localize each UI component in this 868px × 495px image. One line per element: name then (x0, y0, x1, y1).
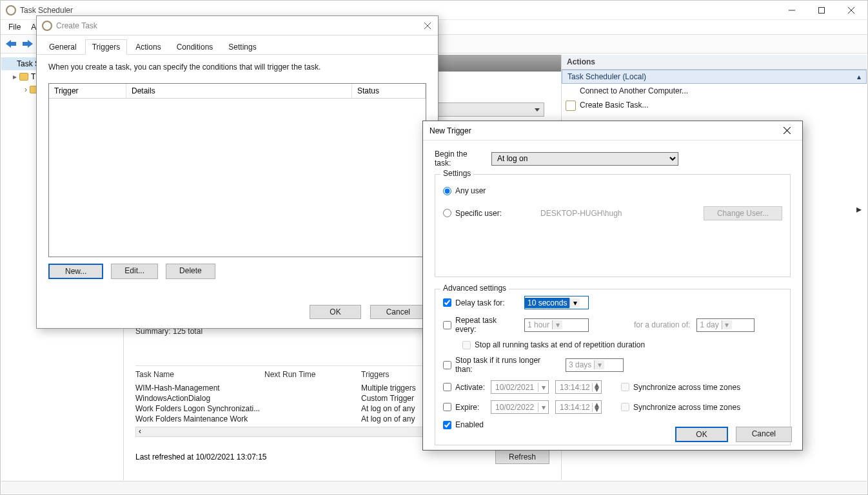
ct-titlebar: Create Task (37, 16, 438, 35)
edit-trigger-button[interactable]: Edit... (111, 264, 158, 279)
create-task-dialog: Create Task General Triggers Actions Con… (36, 15, 439, 329)
activate-checkbox[interactable]: Activate: (443, 383, 484, 392)
ct-tabs: General Triggers Actions Conditions Sett… (37, 35, 438, 55)
new-trigger-button[interactable]: New... (48, 264, 103, 279)
delay-combo[interactable]: 10 seconds▾ (524, 296, 589, 309)
advanced-legend: Advanced settings (440, 284, 509, 293)
duration-combo: 1 day▾ (696, 318, 755, 332)
specific-user-name: DESKTOP-HUGH\hugh (540, 209, 622, 218)
clock-icon (5, 59, 14, 68)
settings-legend: Settings (440, 169, 473, 178)
tab-triggers[interactable]: Triggers (85, 39, 128, 55)
advanced-group: Advanced settings Delay task for: 10 sec… (435, 289, 791, 445)
chevron-right-icon[interactable]: ▸ (856, 203, 862, 215)
actions-group-header[interactable]: Task Scheduler (Local) ▴ (562, 70, 867, 84)
ct-close-button[interactable] (419, 19, 437, 33)
svg-marker-5 (23, 40, 33, 48)
action-label: Connect to Another Computer... (580, 86, 688, 95)
stop-all-checkbox: Stop all running tasks at end of repetit… (462, 340, 645, 349)
expire-checkbox[interactable]: Expire: (443, 403, 484, 412)
tab-general[interactable]: General (42, 39, 84, 54)
action-label: Create Basic Task... (580, 101, 649, 110)
chevron-down-icon: ▾ (569, 298, 580, 307)
chevron-down-icon: ▾ (722, 320, 732, 329)
calendar-icon: ▾ (538, 403, 548, 412)
change-user-button: Change User... (704, 206, 782, 220)
minimize-button[interactable] (777, 1, 807, 19)
col-task-name[interactable]: Task Name (135, 370, 264, 379)
nt-cancel-button[interactable]: Cancel (736, 427, 792, 442)
ct-ok-button[interactable]: OK (310, 305, 360, 319)
last-refreshed: Last refreshed at 10/02/2021 13:07:15 (135, 452, 267, 461)
expire-time: 13:14:12▲▼ (555, 400, 602, 414)
expand-icon[interactable]: ▸ (13, 72, 17, 81)
tab-conditions[interactable]: Conditions (170, 39, 221, 54)
ct-title: Create Task (56, 21, 419, 30)
ct-help-text: When you create a task, you can specify … (48, 63, 426, 72)
expand-icon[interactable]: › (25, 85, 27, 94)
col-status[interactable]: Status (352, 84, 426, 98)
duration-label: for a duration of: (634, 320, 690, 329)
close-button[interactable] (836, 1, 866, 19)
nt-ok-button[interactable]: OK (675, 427, 727, 442)
stop-if-checkbox[interactable]: Stop task if it runs longer than: (443, 356, 559, 374)
trigger-list[interactable]: Trigger Details Status (48, 83, 426, 257)
col-next-run[interactable]: Next Run Time (264, 370, 361, 379)
settings-group: Settings Any user Specific user: DESKTOP… (435, 174, 791, 277)
nt-close-button[interactable] (778, 124, 796, 138)
activate-date: 10/02/2021▾ (491, 380, 549, 394)
specific-user-radio[interactable]: Specific user: (443, 209, 502, 218)
nt-title: New Trigger (429, 126, 471, 135)
repeat-combo: 1 hour▾ (524, 318, 589, 332)
tab-actions[interactable]: Actions (128, 39, 168, 54)
chevron-down-icon: ▾ (594, 360, 604, 369)
app-icon (6, 5, 16, 15)
stop-if-combo: 3 days▾ (566, 358, 624, 372)
action-create-basic[interactable]: Create Basic Task... (562, 98, 867, 112)
calendar-icon: ▾ (538, 383, 548, 392)
nav-forward-icon[interactable] (21, 37, 34, 50)
clock-icon (42, 21, 52, 31)
enabled-checkbox[interactable]: Enabled (443, 420, 484, 429)
begin-task-label: Begin the task: (435, 150, 485, 168)
sync-tz-expire: Synchronize across time zones (621, 403, 740, 412)
nt-titlebar: New Trigger (423, 121, 802, 141)
tab-settings[interactable]: Settings (221, 39, 263, 54)
statusbar (1, 481, 867, 494)
actions-group-label: Task Scheduler (Local) (567, 72, 646, 81)
nav-back-icon[interactable] (5, 37, 17, 50)
tree-library-label: T (31, 72, 35, 81)
delay-checkbox[interactable]: Delay task for: (443, 298, 518, 307)
svg-rect-1 (819, 7, 825, 13)
sync-tz-activate: Synchronize across time zones (621, 383, 740, 392)
task-icon (566, 101, 576, 111)
repeat-checkbox[interactable]: Repeat task every: (443, 316, 518, 334)
svg-marker-4 (6, 40, 16, 48)
menu-file[interactable]: File (6, 21, 23, 33)
chevron-down-icon: ▾ (552, 320, 562, 329)
chevron-down-icon (535, 108, 540, 112)
any-user-radio[interactable]: Any user (443, 186, 486, 195)
col-details[interactable]: Details (126, 84, 352, 98)
main-title: Task Scheduler (20, 6, 777, 15)
expire-date: 10/02/2022▾ (491, 400, 549, 414)
action-connect[interactable]: Connect to Another Computer... (562, 84, 867, 98)
folder-icon (19, 73, 28, 81)
delete-trigger-button[interactable]: Delete (166, 264, 215, 279)
activate-time: 13:14:12▲▼ (555, 380, 602, 394)
begin-task-select[interactable]: At log on (491, 152, 678, 166)
collapse-icon[interactable]: ▴ (857, 72, 861, 81)
ct-cancel-button[interactable]: Cancel (370, 305, 426, 319)
maximize-button[interactable] (807, 1, 836, 19)
new-trigger-dialog: New Trigger Begin the task: At log on Se… (422, 121, 803, 451)
actions-header: Actions (562, 55, 867, 70)
col-trigger[interactable]: Trigger (49, 84, 126, 98)
